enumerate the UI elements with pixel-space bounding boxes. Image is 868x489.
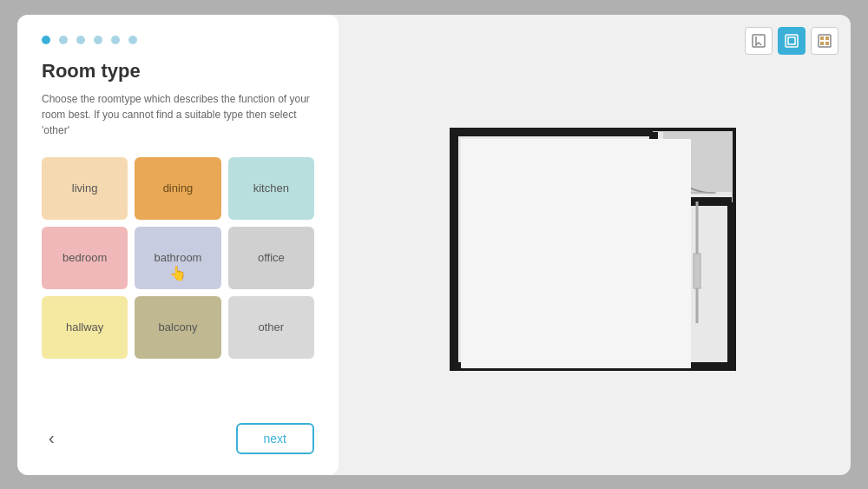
- dot-3: [76, 36, 85, 44]
- svg-rect-0: [753, 35, 765, 47]
- svg-rect-1: [786, 35, 798, 47]
- bottom-navigation: ‹ next: [42, 423, 314, 454]
- next-button[interactable]: next: [236, 423, 314, 454]
- floorplan-area: [347, 36, 838, 463]
- svg-rect-2: [788, 37, 795, 44]
- tile-office[interactable]: office: [228, 227, 314, 289]
- tile-dining[interactable]: dining: [135, 157, 220, 220]
- svg-rect-4: [820, 36, 824, 40]
- dot-6: [128, 36, 137, 44]
- right-panel: [339, 15, 851, 475]
- room-type-grid: living dining kitchen bedroom bathroom 👆…: [42, 157, 314, 359]
- svg-rect-14: [694, 254, 700, 288]
- svg-rect-7: [825, 42, 829, 45]
- floorplan-svg: [428, 115, 758, 384]
- svg-rect-6: [820, 42, 824, 45]
- tile-bedroom[interactable]: bedroom: [42, 227, 128, 289]
- dot-1: [42, 36, 50, 44]
- dot-2: [59, 36, 68, 44]
- tile-hallway[interactable]: hallway: [42, 296, 128, 359]
- toolbar-btn-pointer[interactable]: [745, 27, 773, 55]
- tile-kitchen[interactable]: kitchen: [228, 157, 314, 220]
- panel-title: Room type: [42, 60, 314, 83]
- dot-4: [94, 36, 102, 44]
- toolbar-btn-floorplan[interactable]: [778, 27, 806, 55]
- tile-balcony[interactable]: balcony: [135, 296, 220, 359]
- view-toolbar: [745, 27, 838, 55]
- back-button[interactable]: ‹: [42, 425, 62, 452]
- left-panel: Room type Choose the roomtype which desc…: [17, 15, 339, 475]
- main-container: Room type Choose the roomtype which desc…: [17, 15, 851, 475]
- cursor-icon: 👆: [169, 265, 187, 281]
- panel-description: Choose the roomtype which describes the …: [42, 91, 314, 138]
- tile-bathroom[interactable]: bathroom 👆: [135, 227, 220, 289]
- dot-5: [111, 36, 120, 44]
- toolbar-btn-texture[interactable]: [811, 27, 838, 55]
- tile-other[interactable]: other: [228, 296, 314, 359]
- tile-living[interactable]: living: [42, 157, 128, 220]
- svg-rect-18: [461, 139, 652, 195]
- progress-dots: [42, 36, 314, 44]
- svg-rect-5: [825, 36, 829, 40]
